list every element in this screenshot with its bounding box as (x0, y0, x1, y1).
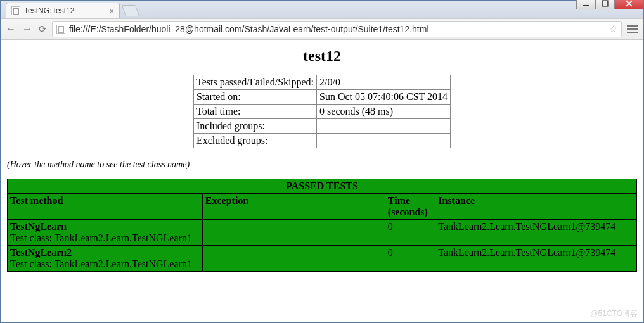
tab-strip: TestNG: test12 × (1, 1, 643, 18)
url-input[interactable]: file:///E:/StashFolder/huoli_28@hotmail.… (52, 21, 622, 37)
table-row: TestNgLearnTest class: TankLearn2.Learn.… (8, 220, 637, 246)
time-cell: 0 (385, 220, 435, 246)
column-header: Time(seconds) (385, 194, 435, 220)
close-tab-icon[interactable]: × (109, 6, 114, 16)
summary-label: Excluded groups: (193, 134, 316, 148)
summary-row: Tests passed/Failed/Skipped:2/0/0 (193, 75, 450, 90)
summary-value: 0 seconds (48 ms) (317, 104, 451, 119)
test-class: Test class: TankLearn2.Learn.TestNGLearn… (10, 232, 200, 244)
close-window-button[interactable] (614, 0, 643, 10)
page-icon (11, 6, 20, 15)
summary-table: Tests passed/Failed/Skipped:2/0/0Started… (193, 75, 451, 148)
page-content: test12 Tests passed/Failed/Skipped:2/0/0… (1, 40, 643, 322)
summary-value (317, 134, 451, 148)
summary-value: 2/0/0 (317, 75, 451, 90)
summary-label: Started on: (193, 90, 316, 104)
test-class: Test class: TankLearn2.Learn.TestNGLearn… (10, 258, 200, 270)
instance-cell: TankLearn2.Learn.TestNGLearn1@739474 (435, 246, 637, 272)
summary-label: Tests passed/Failed/Skipped: (193, 75, 316, 90)
reload-button[interactable]: ⟳ (39, 23, 47, 35)
instance-cell: TankLearn2.Learn.TestNGLearn1@739474 (435, 220, 637, 246)
test-method-cell: TestNgLearn2Test class: TankLearn2.Learn… (8, 246, 203, 272)
page-title: test12 (7, 48, 637, 65)
section-header: PASSED TESTS (8, 179, 637, 194)
column-header: Test method (8, 194, 203, 220)
exception-cell (202, 220, 385, 246)
tab-title: TestNG: test12 (24, 6, 105, 15)
address-bar: ← → ⟳ file:///E:/StashFolder/huoli_28@ho… (1, 18, 643, 40)
column-header: Exception (202, 194, 385, 220)
maximize-button[interactable] (595, 0, 614, 10)
summary-value (317, 119, 451, 134)
minimize-button[interactable] (576, 0, 595, 10)
new-tab-button[interactable] (122, 5, 140, 16)
summary-row: Total time:0 seconds (48 ms) (193, 104, 450, 119)
summary-label: Total time: (193, 104, 316, 119)
browser-window: TestNG: test12 × ← → ⟳ file:///E:/StashF… (0, 0, 644, 323)
forward-button[interactable]: → (22, 23, 32, 35)
time-cell: 0 (385, 246, 435, 272)
page-icon (56, 25, 65, 34)
summary-row: Included groups: (193, 119, 450, 134)
hover-note: (Hover the method name to see the test c… (7, 160, 637, 170)
summary-row: Excluded groups: (193, 134, 450, 148)
method-name[interactable]: TestNgLearn2 (10, 247, 200, 258)
bookmark-icon[interactable]: ☆ (609, 23, 617, 35)
svg-rect-1 (602, 1, 608, 6)
column-header: Instance (435, 194, 637, 220)
back-button[interactable]: ← (6, 23, 16, 35)
browser-tab[interactable]: TestNG: test12 × (6, 3, 120, 18)
url-text: file:///E:/StashFolder/huoli_28@hotmail.… (69, 24, 605, 34)
exception-cell (202, 246, 385, 272)
menu-icon[interactable] (627, 25, 638, 33)
summary-row: Started on:Sun Oct 05 07:40:06 CST 2014 (193, 90, 450, 104)
method-name[interactable]: TestNgLearn (10, 221, 200, 232)
test-method-cell: TestNgLearnTest class: TankLearn2.Learn.… (8, 220, 203, 246)
summary-value: Sun Oct 05 07:40:06 CST 2014 (317, 90, 451, 104)
watermark: @51CTO博客 (590, 308, 638, 319)
summary-label: Included groups: (193, 119, 316, 134)
results-table: PASSED TESTS Test methodExceptionTime(se… (7, 179, 637, 272)
table-row: TestNgLearn2Test class: TankLearn2.Learn… (8, 246, 637, 272)
